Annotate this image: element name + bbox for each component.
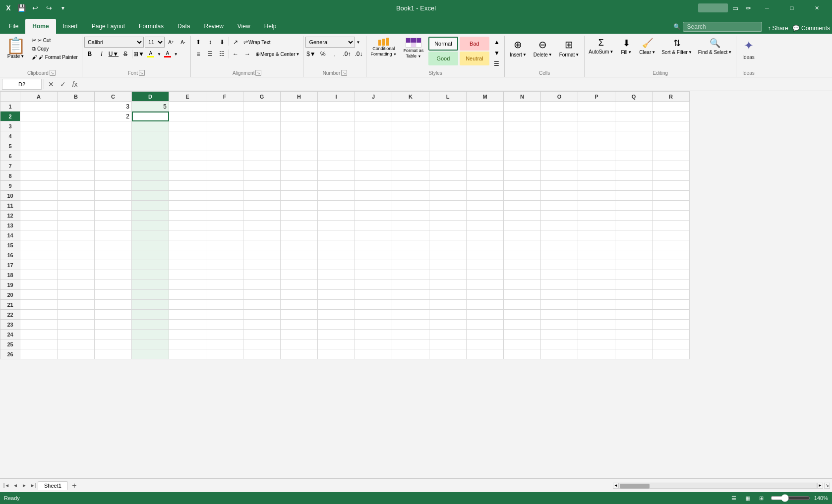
cell-r15[interactable] — [653, 240, 690, 250]
cell-i22[interactable] — [318, 310, 355, 320]
cell-c23[interactable] — [95, 320, 132, 330]
cell-c7[interactable] — [95, 161, 132, 171]
cell-e5[interactable] — [169, 141, 206, 151]
cell-i6[interactable] — [318, 151, 355, 161]
cell-p3[interactable] — [578, 121, 615, 131]
row-header-2[interactable]: 2 — [0, 112, 20, 121]
borders-button[interactable]: ⊞▼ — [133, 49, 144, 59]
cell-j11[interactable] — [355, 201, 392, 211]
cell-q14[interactable] — [615, 230, 653, 240]
cell-o7[interactable] — [541, 161, 578, 171]
cell-o2[interactable] — [541, 112, 578, 121]
autosum-button[interactable]: Σ AutoSum▼ — [587, 37, 615, 56]
scroll-right-btn[interactable]: ► — [817, 483, 823, 489]
cell-a4[interactable] — [20, 131, 58, 141]
cell-l14[interactable] — [429, 230, 467, 240]
cell-f26[interactable] — [206, 349, 243, 359]
cell-j23[interactable] — [355, 320, 392, 330]
cell-h6[interactable] — [281, 151, 318, 161]
row-header-24[interactable]: 24 — [0, 330, 20, 339]
tab-view[interactable]: View — [231, 19, 257, 34]
cell-r8[interactable] — [653, 171, 690, 181]
cell-g11[interactable] — [243, 201, 281, 211]
font-expand-button[interactable]: ↘ — [139, 70, 145, 76]
cell-f4[interactable] — [206, 131, 243, 141]
pen-button[interactable]: ✏ — [743, 2, 754, 13]
col-header-h[interactable]: H — [281, 92, 318, 102]
cell-l19[interactable] — [429, 280, 467, 290]
decrease-indent-button[interactable]: ← — [230, 49, 241, 59]
row-header-12[interactable]: 12 — [0, 211, 20, 221]
cell-k1[interactable] — [392, 102, 429, 112]
cell-c16[interactable] — [95, 250, 132, 260]
cell-k23[interactable] — [392, 320, 429, 330]
cell-p23[interactable] — [578, 320, 615, 330]
cell-l11[interactable] — [429, 201, 467, 211]
cell-f3[interactable] — [206, 121, 243, 131]
cell-l3[interactable] — [429, 121, 467, 131]
cell-j7[interactable] — [355, 161, 392, 171]
cell-e20[interactable] — [169, 290, 206, 300]
row-header-8[interactable]: 8 — [0, 171, 20, 181]
cell-j5[interactable] — [355, 141, 392, 151]
cell-c9[interactable] — [95, 181, 132, 191]
cell-i10[interactable] — [318, 191, 355, 201]
row-header-6[interactable]: 6 — [0, 151, 20, 161]
cell-r11[interactable] — [653, 201, 690, 211]
cell-c14[interactable] — [95, 230, 132, 240]
cell-p7[interactable] — [578, 161, 615, 171]
cell-h26[interactable] — [281, 349, 318, 359]
cell-m13[interactable] — [467, 221, 504, 230]
cell-o8[interactable] — [541, 171, 578, 181]
cell-k7[interactable] — [392, 161, 429, 171]
sort-filter-button[interactable]: ⇅ Sort & Filter▼ — [659, 37, 694, 56]
cell-r10[interactable] — [653, 191, 690, 201]
comments-button[interactable]: 💬 Comments — [792, 25, 830, 32]
cell-n14[interactable] — [504, 230, 541, 240]
cell-g15[interactable] — [243, 240, 281, 250]
cell-p6[interactable] — [578, 151, 615, 161]
increase-font-button[interactable]: A+ — [166, 37, 177, 48]
cell-f22[interactable] — [206, 310, 243, 320]
cell-q18[interactable] — [615, 270, 653, 280]
cell-a13[interactable] — [20, 221, 58, 230]
cell-a11[interactable] — [20, 201, 58, 211]
style-neutral[interactable]: Neutral — [460, 52, 489, 65]
cell-q7[interactable] — [615, 161, 653, 171]
increase-decimal-button[interactable]: .0↑ — [341, 49, 352, 59]
cell-l15[interactable] — [429, 240, 467, 250]
cell-c12[interactable] — [95, 211, 132, 221]
sheet-nav-first[interactable]: |◄ — [2, 481, 11, 490]
col-header-g[interactable]: G — [243, 92, 281, 102]
cell-e15[interactable] — [169, 240, 206, 250]
cell-b26[interactable] — [58, 349, 95, 359]
cell-i23[interactable] — [318, 320, 355, 330]
cell-d18[interactable] — [132, 270, 169, 280]
cell-m7[interactable] — [467, 161, 504, 171]
cell-k3[interactable] — [392, 121, 429, 131]
cell-m14[interactable] — [467, 230, 504, 240]
cell-n11[interactable] — [504, 201, 541, 211]
cell-d19[interactable] — [132, 280, 169, 290]
formula-confirm-button[interactable]: ✓ — [58, 79, 68, 89]
save-button[interactable]: 💾 — [16, 2, 27, 13]
cell-r7[interactable] — [653, 161, 690, 171]
cell-g24[interactable] — [243, 330, 281, 339]
cell-j22[interactable] — [355, 310, 392, 320]
cell-m5[interactable] — [467, 141, 504, 151]
cell-c19[interactable] — [95, 280, 132, 290]
center-align-button[interactable]: ☰ — [205, 49, 216, 59]
cell-r12[interactable] — [653, 211, 690, 221]
comma-button[interactable]: , — [329, 49, 340, 59]
cell-a25[interactable] — [20, 339, 58, 349]
cell-n22[interactable] — [504, 310, 541, 320]
cell-j24[interactable] — [355, 330, 392, 339]
cell-e7[interactable] — [169, 161, 206, 171]
ideas-button[interactable]: ✦ Ideas — [738, 37, 758, 62]
cell-f7[interactable] — [206, 161, 243, 171]
cell-o23[interactable] — [541, 320, 578, 330]
insert-cells-button[interactable]: ⊕ Insert▼ — [507, 37, 530, 59]
col-header-d[interactable]: D — [132, 92, 169, 102]
cell-q24[interactable] — [615, 330, 653, 339]
wrap-text-button[interactable]: ⇌ Wrap Text — [242, 37, 272, 48]
